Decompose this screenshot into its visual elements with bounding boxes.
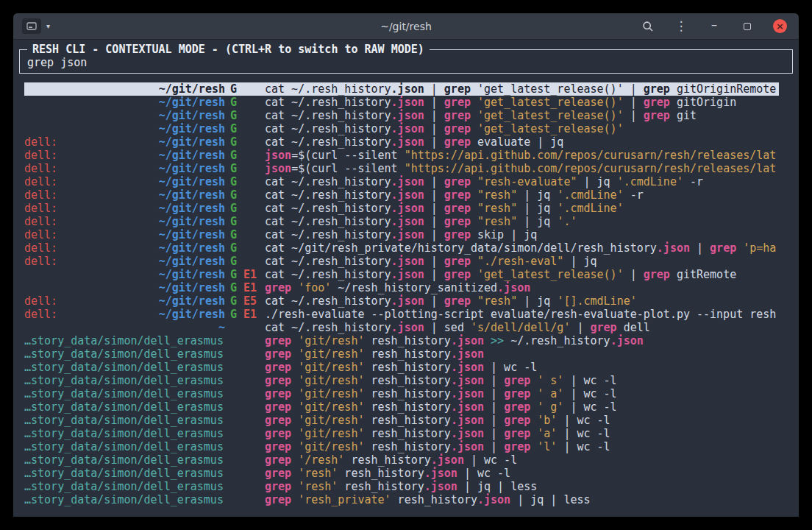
titlebar[interactable]: ▾ ~/git/resh ⋮ – × <box>13 13 799 40</box>
row-directory: ~/git/resh <box>159 281 225 294</box>
row-host: …story_data/simon/dell_erasmus <box>24 453 224 467</box>
history-row[interactable]: dell: ~/git/resh G cat ~/.resh_history.j… <box>24 175 779 188</box>
search-query-input[interactable]: grep json <box>27 56 87 69</box>
row-directory: ~/git/resh <box>159 215 225 228</box>
row-command: grep 'git/resh' resh_history.json | grep… <box>265 400 779 414</box>
row-flags: G E1 <box>230 281 265 294</box>
row-command: grep '/resh' resh_history.json | wc -l <box>265 453 779 467</box>
history-row[interactable]: ~/git/resh G cat ~/.resh_history.json | … <box>24 109 779 122</box>
history-row[interactable]: …story_data/simon/dell_erasmus grep 'res… <box>24 480 779 493</box>
history-row[interactable]: dell: ~/git/resh G json=$(curl --silent … <box>24 162 779 175</box>
row-command: cat ~/.resh_history.json | grep "resh" |… <box>265 188 779 202</box>
row-host-dir: dell: ~/git/resh <box>24 202 230 215</box>
history-row[interactable]: ~ cat ~/.resh_history.json | sed 's/dell… <box>24 321 779 334</box>
history-row[interactable]: …story_data/simon/dell_erasmus grep 'git… <box>24 427 779 440</box>
row-flags: G <box>230 255 265 268</box>
profile-dropdown-caret[interactable]: ▾ <box>46 22 50 30</box>
history-row[interactable]: …story_data/simon/dell_erasmus grep 'res… <box>24 493 779 506</box>
row-host: …story_data/simon/dell_erasmus <box>24 427 224 440</box>
resh-header-box: RESH CLI - CONTEXTUAL MODE - (CTRL+R to … <box>19 49 793 74</box>
row-command: grep 'git/resh' resh_history.json <box>265 347 779 361</box>
history-row[interactable]: …story_data/simon/dell_erasmus grep 'git… <box>24 440 779 453</box>
history-row[interactable]: …story_data/simon/dell_erasmus grep 'git… <box>24 334 779 347</box>
row-directory: ~/git/resh <box>159 96 225 109</box>
row-host: dell: <box>24 175 57 188</box>
history-row[interactable]: dell: ~/git/resh G cat ~/git/resh_privat… <box>24 241 779 255</box>
row-flags <box>230 374 265 387</box>
history-row[interactable]: …story_data/simon/dell_erasmus grep 'git… <box>24 387 779 400</box>
history-row[interactable]: dell: ~/git/resh G E1 ./resh-evaluate --… <box>24 308 779 321</box>
row-directory: ~ <box>218 321 225 334</box>
row-host-dir: …story_data/simon/dell_erasmus <box>24 480 230 493</box>
history-row[interactable]: dell: ~/git/resh G E5 cat ~/.resh_histor… <box>24 294 779 308</box>
history-row[interactable]: dell: ~/git/resh G cat ~/.resh_history.j… <box>24 215 779 228</box>
history-row[interactable]: …story_data/simon/dell_erasmus grep 'git… <box>24 414 779 427</box>
row-flags <box>230 427 265 440</box>
row-command: cat ~/.resh_history.json | grep 'get_lat… <box>265 96 779 109</box>
row-host-dir: dell: ~/git/resh <box>24 188 230 202</box>
search-icon[interactable] <box>641 19 655 34</box>
restore-button[interactable] <box>740 19 755 34</box>
row-command: grep 'git/resh' resh_history.json | grep… <box>265 414 779 427</box>
row-host: dell: <box>24 135 57 149</box>
history-row[interactable]: dell: ~/git/resh G cat ~/.resh_history.j… <box>24 255 779 268</box>
row-host: …story_data/simon/dell_erasmus <box>24 467 224 480</box>
row-command: cat ~/.resh_history.json | grep "resh" |… <box>265 202 779 215</box>
row-flags: G E1 <box>230 308 265 321</box>
row-host-dir: …story_data/simon/dell_erasmus <box>24 493 230 506</box>
row-flags: G <box>230 202 265 215</box>
row-directory: ~/git/resh <box>159 255 225 268</box>
history-row[interactable]: …story_data/simon/dell_erasmus grep 'git… <box>24 400 779 414</box>
row-flags: G <box>230 215 265 228</box>
row-command: cat ~/.resh_history.json | grep "resh" |… <box>265 215 779 228</box>
row-flags: G <box>230 175 265 188</box>
row-host-dir: dell: ~/git/resh <box>24 175 230 188</box>
row-command: cat ~/.resh_history.json | grep 'get_lat… <box>265 82 779 96</box>
history-row[interactable]: ~/git/resh G E1 cat ~/.resh_history.json… <box>24 268 779 281</box>
history-row[interactable]: dell: ~/git/resh G cat ~/.resh_history.j… <box>24 188 779 202</box>
row-host-dir: …story_data/simon/dell_erasmus <box>24 334 230 347</box>
row-flags <box>230 467 265 480</box>
row-host: dell: <box>24 215 57 228</box>
row-host-dir: dell: ~/git/resh <box>24 215 230 228</box>
history-row[interactable]: …story_data/simon/dell_erasmus grep '/re… <box>24 453 779 467</box>
row-host-dir: …story_data/simon/dell_erasmus <box>24 347 230 361</box>
row-host-dir: dell: ~/git/resh <box>24 241 230 255</box>
kebab-menu-icon[interactable]: ⋮ <box>674 19 688 34</box>
history-row[interactable]: ~/git/resh G cat ~/.resh_history.json | … <box>24 122 779 135</box>
row-command: cat ~/.resh_history.json | grep 'get_lat… <box>265 109 779 122</box>
history-row[interactable]: …story_data/simon/dell_erasmus grep 'git… <box>24 374 779 387</box>
history-row[interactable]: …story_data/simon/dell_erasmus grep 'git… <box>24 347 779 361</box>
row-host: …story_data/simon/dell_erasmus <box>24 400 224 414</box>
terminal-app-button[interactable] <box>22 18 41 34</box>
row-flags <box>230 440 265 453</box>
row-flags <box>230 347 265 361</box>
close-button[interactable]: × <box>773 19 787 33</box>
row-host-dir: …story_data/simon/dell_erasmus <box>24 440 230 453</box>
history-row[interactable]: ~/git/resh G E1 grep 'foo' ~/resh_histor… <box>24 281 779 294</box>
history-row[interactable]: …story_data/simon/dell_erasmus grep 'git… <box>24 361 779 374</box>
row-host-dir: dell: ~/git/resh <box>24 135 230 149</box>
history-row[interactable]: …story_data/simon/dell_erasmus grep 'res… <box>24 467 779 480</box>
row-command: cat ~/.resh_history.json | sed 's/dell/d… <box>265 321 779 334</box>
minimize-button[interactable]: – <box>707 18 722 32</box>
row-host-dir: …story_data/simon/dell_erasmus <box>24 400 230 414</box>
row-host: dell: <box>24 188 57 202</box>
row-host: …story_data/simon/dell_erasmus <box>24 374 224 387</box>
history-row[interactable]: dell: ~/git/resh G json=$(curl --silent … <box>24 149 779 162</box>
row-command: cat ~/.resh_history.json | grep "resh" |… <box>265 294 779 308</box>
row-flags: G <box>230 122 265 135</box>
history-row[interactable]: dell: ~/git/resh G cat ~/.resh_history.j… <box>24 228 779 241</box>
history-row[interactable]: dell: ~/git/resh G cat ~/.resh_history.j… <box>24 202 779 215</box>
history-row[interactable]: dell: ~/git/resh G cat ~/.resh_history.j… <box>24 135 779 149</box>
row-directory: ~/git/resh <box>159 122 225 135</box>
row-directory: ~/git/resh <box>159 308 225 321</box>
row-host: dell: <box>24 241 57 255</box>
row-host-dir: …story_data/simon/dell_erasmus <box>24 427 230 440</box>
history-row[interactable]: ~/git/resh G cat ~/.resh_history.json | … <box>24 82 779 96</box>
row-host: dell: <box>24 149 57 162</box>
history-row[interactable]: ~/git/resh G cat ~/.resh_history.json | … <box>24 96 779 109</box>
row-directory: ~/git/resh <box>159 294 225 308</box>
row-host-dir: ~/git/resh <box>24 109 230 122</box>
row-flags <box>230 480 265 493</box>
